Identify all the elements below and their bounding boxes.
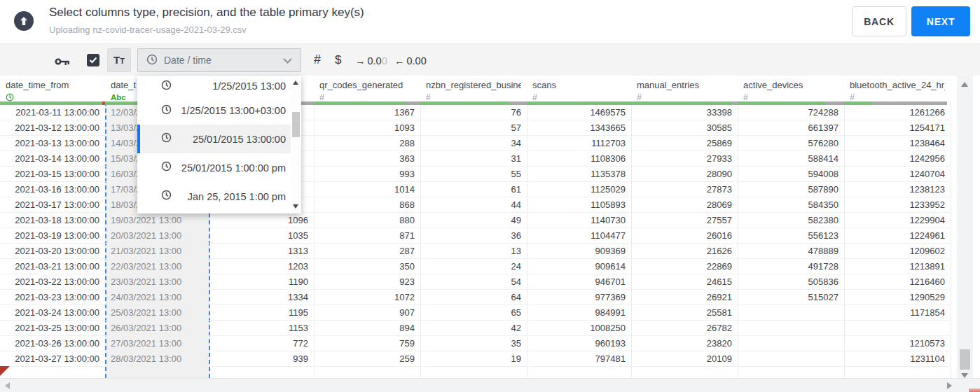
cell[interactable]: 27873: [631, 182, 738, 197]
cell[interactable]: 2021-03-26 13:00:00: [0, 336, 105, 351]
cell[interactable]: 1334: [210, 290, 314, 305]
cell[interactable]: 2021-03-21 13:00:00: [0, 259, 105, 274]
cell[interactable]: 1290529: [844, 290, 951, 305]
column-selected-checkbox[interactable]: [87, 54, 99, 66]
scroll-down-icon[interactable]: [293, 204, 298, 209]
cell[interactable]: 909614: [527, 259, 631, 274]
cell[interactable]: 1008250: [527, 321, 631, 336]
cell[interactable]: 1125029: [527, 182, 631, 197]
date-format-option[interactable]: 25/01/2015 1:00:00 pm: [137, 153, 301, 182]
currency-type-button[interactable]: $: [335, 53, 341, 67]
cell[interactable]: 1140730: [527, 213, 631, 228]
cell[interactable]: 724288: [738, 105, 844, 120]
cell[interactable]: 42: [420, 321, 527, 336]
dropdown-scrollbar-thumb[interactable]: [292, 112, 300, 137]
cell[interactable]: 19/03/2021 13:00: [105, 213, 210, 228]
cell[interactable]: 1469575: [527, 105, 631, 120]
cell[interactable]: [738, 321, 844, 336]
cell[interactable]: 588414: [738, 151, 844, 167]
cell[interactable]: 2021-03-24 13:00:00: [0, 305, 105, 321]
primary-key-icon[interactable]: [55, 56, 70, 69]
scroll-left-icon[interactable]: [5, 382, 10, 389]
cell[interactable]: 1096: [210, 213, 314, 228]
cell[interactable]: 505836: [738, 274, 844, 290]
cell[interactable]: 288: [314, 136, 420, 151]
cell[interactable]: 20/03/2021 13:00: [105, 228, 210, 244]
cell[interactable]: 1238464: [844, 136, 951, 151]
back-button[interactable]: BACK: [852, 6, 906, 36]
vertical-scrollbar-thumb[interactable]: [960, 349, 970, 370]
cell[interactable]: 2021-03-22 13:00:00: [0, 274, 105, 290]
cell[interactable]: 907: [314, 305, 420, 321]
cell[interactable]: 2021-03-12 13:00:00: [0, 120, 105, 136]
cell[interactable]: 2021-03-16 13:00:00: [0, 182, 105, 197]
cell[interactable]: 1367: [314, 105, 420, 120]
column-header-bluetooth_active_24_hr_[interactable]: bluetooth_active_24_hr_#: [844, 76, 951, 102]
cell[interactable]: 64: [420, 290, 527, 305]
cell[interactable]: 909369: [527, 244, 631, 259]
add-decimal-button[interactable]: →0.00: [355, 55, 387, 66]
cell[interactable]: 25581: [631, 305, 738, 321]
cell[interactable]: 2021-03-11 13:00:00: [0, 105, 105, 120]
cell[interactable]: 797481: [527, 351, 631, 367]
cell[interactable]: 20109: [631, 351, 738, 367]
vertical-scrollbar[interactable]: [957, 76, 973, 378]
cell[interactable]: 2021-03-14 13:00:00: [0, 151, 105, 167]
cell[interactable]: 1190: [210, 274, 314, 290]
cell[interactable]: 1240704: [844, 167, 951, 182]
column-header-date_time_from[interactable]: date_time_from: [0, 76, 105, 102]
cell[interactable]: 1105893: [527, 197, 631, 213]
date-format-option[interactable]: Jan 25, 2015 1:00 pm: [137, 182, 301, 211]
cell[interactable]: 49: [420, 213, 527, 228]
cell[interactable]: 1231104: [844, 351, 951, 367]
cell[interactable]: 26782: [631, 321, 738, 336]
cell[interactable]: 2021-03-19 13:00:00: [0, 228, 105, 244]
cell[interactable]: 661397: [738, 120, 844, 136]
cell[interactable]: 1035: [210, 228, 314, 244]
cell[interactable]: 772: [210, 336, 314, 351]
cell[interactable]: 26/03/2021 13:00: [105, 321, 210, 336]
cell[interactable]: 1135378: [527, 167, 631, 182]
cell[interactable]: 1224961: [844, 228, 951, 244]
cell[interactable]: 923: [314, 274, 420, 290]
cell[interactable]: 2021-03-17 13:00:00: [0, 197, 105, 213]
cell[interactable]: 1209602: [844, 244, 951, 259]
date-format-option[interactable]: 25/01/2015 13:00:00: [137, 125, 301, 153]
cell[interactable]: 36: [420, 228, 527, 244]
cell[interactable]: 993: [314, 167, 420, 182]
cell[interactable]: 30585: [631, 120, 738, 136]
cell[interactable]: 27933: [631, 151, 738, 167]
next-button[interactable]: NEXT: [911, 6, 970, 36]
cell[interactable]: 33398: [631, 105, 738, 120]
text-type-button[interactable]: TT: [107, 48, 131, 72]
cell[interactable]: 1171854: [844, 305, 951, 321]
remove-decimal-button[interactable]: ←0.00: [394, 55, 427, 66]
cell[interactable]: 1195: [210, 305, 314, 321]
cell[interactable]: 34: [420, 136, 527, 151]
cell[interactable]: 1216460: [844, 274, 951, 290]
cell[interactable]: 1254171: [844, 120, 951, 136]
cell[interactable]: 1213891: [844, 259, 951, 274]
cell[interactable]: 55: [420, 167, 527, 182]
cell[interactable]: 1210573: [844, 336, 951, 351]
cell[interactable]: 1229904: [844, 213, 951, 228]
cell[interactable]: 24: [420, 259, 527, 274]
cell[interactable]: 27557: [631, 213, 738, 228]
cell[interactable]: 1343665: [527, 120, 631, 136]
column-header-scans[interactable]: scans#: [527, 76, 631, 102]
cell[interactable]: 259: [314, 351, 420, 367]
scroll-up-icon[interactable]: [293, 80, 298, 85]
cell[interactable]: 1233952: [844, 197, 951, 213]
cell[interactable]: 960193: [527, 336, 631, 351]
cell[interactable]: 21/03/2021 13:00: [105, 244, 210, 259]
cell[interactable]: [738, 305, 844, 321]
cell[interactable]: 576280: [738, 136, 844, 151]
cell[interactable]: 478889: [738, 244, 844, 259]
column-header-active_devices[interactable]: active_devices#: [738, 76, 844, 102]
column-type-select[interactable]: Date / time: [137, 48, 301, 72]
cell[interactable]: 556123: [738, 228, 844, 244]
cell[interactable]: 26016: [631, 228, 738, 244]
cell[interactable]: 1108306: [527, 151, 631, 167]
cell[interactable]: 2021-03-15 13:00:00: [0, 167, 105, 182]
cell[interactable]: 21626: [631, 244, 738, 259]
